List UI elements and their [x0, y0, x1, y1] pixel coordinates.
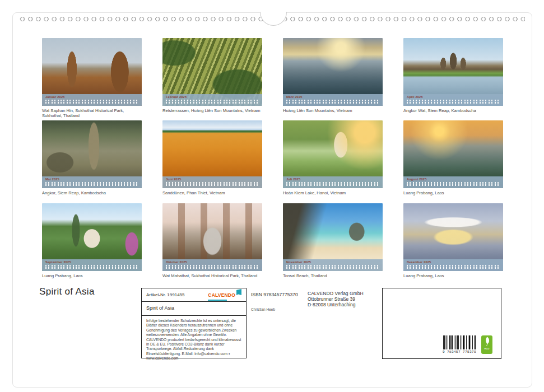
- mini-calendar-days-row: [166, 265, 259, 267]
- mini-calendar-month-label: August 2025: [407, 178, 500, 181]
- month-photo-october: Oktober 2025: [162, 203, 262, 271]
- mini-calendar-strip: November 2025: [283, 259, 383, 271]
- mini-calendar-month-label: Oktober 2025: [166, 260, 259, 264]
- publisher-city: D-82008 Unterhaching: [308, 302, 364, 307]
- mini-calendar-strip: Oktober 2025: [162, 259, 262, 271]
- mini-calendar-days-row: [45, 267, 138, 269]
- article-number-row: Artikel-Nr. 1991455 CALVENDO: [142, 288, 246, 302]
- month-photo-november: November 2025: [283, 203, 383, 271]
- month-photo-february: Februar 2025: [162, 38, 262, 106]
- month-photo-may: Mai 2025: [42, 120, 142, 188]
- month-photo-july: Juli 2025: [283, 120, 383, 188]
- mini-calendar-strip: März 2025: [283, 94, 383, 106]
- mini-calendar-month-label: April 2025: [407, 95, 500, 99]
- mini-calendar-days-row: [166, 102, 259, 104]
- photo-caption: Angkor, Siem Reap, Kambodscha: [42, 190, 141, 195]
- mini-calendar-days-row: [286, 267, 379, 269]
- publisher-address: CALVENDO Verlag GmbH Ottobrunner Straße …: [308, 291, 364, 307]
- mini-calendar-days-row: [45, 265, 138, 267]
- calvendo-logo: CALVENDO: [208, 289, 241, 301]
- month-thumbnail-may: Mai 2025 Angkor, Siem Reap, Kambodscha: [42, 120, 142, 195]
- month-photo-march: März 2025: [283, 38, 383, 106]
- publisher-name: CALVENDO Verlag GmbH: [308, 291, 364, 296]
- month-thumbnail-september: September 2025 Luang Prabang, Laos: [42, 203, 142, 278]
- mini-calendar-strip: September 2025: [42, 259, 142, 271]
- mini-calendar-days-row: [286, 182, 379, 184]
- photo-caption: Sanddünen, Phan Thiet, Vietnam: [162, 190, 261, 195]
- month-thumbnail-october: Oktober 2025 Wat Mahathat, Sukhothai His…: [162, 203, 262, 278]
- eco-text: eco: [485, 347, 490, 350]
- photo-caption: Hoàng Liên Son Mountains, Vietnam: [283, 108, 382, 113]
- month-thumbnail-march: März 2025 Hoàng Liên Son Mountains, Viet…: [283, 38, 383, 113]
- photo-caption: Luang Prabang, Laos: [42, 273, 141, 278]
- mini-calendar-days-row: [286, 184, 379, 186]
- mini-calendar-days-row: [407, 102, 500, 104]
- calvendo-wordmark: CALVENDO: [208, 289, 235, 301]
- mini-calendar-month-label: Juni 2025: [166, 178, 259, 181]
- mini-calendar-days-row: [45, 102, 138, 104]
- isbn-number: ISBN 9783457775370: [251, 292, 298, 297]
- month-photo-april: April 2025: [403, 38, 503, 106]
- mini-calendar-month-label: Juli 2025: [286, 178, 379, 181]
- mini-calendar-month-label: März 2025: [286, 95, 379, 99]
- mini-calendar-strip: Mai 2025: [42, 176, 142, 188]
- mini-calendar-month-label: Dezember 2025: [407, 260, 500, 264]
- photo-caption: Luang Prabang, Laos: [403, 273, 502, 278]
- mini-calendar-days-row: [166, 267, 259, 269]
- calvendo-tagline-bar: [208, 300, 227, 301]
- mini-calendar-strip: Januar 2025: [42, 94, 142, 106]
- mini-calendar-days-row: [407, 100, 500, 101]
- mini-calendar-strip: April 2025: [403, 94, 503, 106]
- eco-label: eco: [481, 335, 492, 354]
- photo-caption: Hoàn Kiem Lake, Hanoi, Vietnam: [283, 190, 382, 195]
- mini-calendar-month-label: Februar 2025: [166, 95, 259, 99]
- barcode-box: 9 783457 775370 eco: [382, 288, 501, 359]
- month-thumbnail-february: Februar 2025 Reisterrassen, Hoàng Liên S…: [162, 38, 262, 113]
- mini-calendar-month-label: Januar 2025: [45, 95, 138, 99]
- calendar-title: Spirit of Asia: [142, 302, 246, 316]
- mini-calendar-strip: August 2025: [403, 176, 503, 188]
- mini-calendar-days-row: [45, 182, 138, 184]
- mini-calendar-strip: Juni 2025: [162, 176, 262, 188]
- ean-digits: 9 783457 775370: [440, 350, 479, 354]
- photo-caption: Tonsai Beach, Thailand: [283, 273, 382, 278]
- mini-calendar-strip: Dezember 2025: [403, 259, 503, 271]
- mini-calendar-days-row: [45, 184, 138, 186]
- month-photo-september: September 2025: [42, 203, 142, 271]
- mini-calendar-days-row: [166, 184, 259, 186]
- mini-calendar-month-label: September 2025: [45, 260, 138, 264]
- mini-calendar-days-row: [407, 182, 500, 184]
- legal-notice: Infolge bestehender Schutzrechte ist es …: [142, 316, 246, 364]
- mini-calendar-days-row: [286, 265, 379, 267]
- mini-calendar-month-label: Mai 2025: [45, 178, 138, 181]
- ean-barcode: [443, 335, 476, 349]
- mini-calendar-days-row: [166, 100, 259, 101]
- month-thumbnail-august: August 2025 Luang Prabang, Laos: [403, 120, 503, 195]
- photo-caption: Angkor Wat, Siem Reap, Kambodscha: [403, 108, 502, 113]
- mini-calendar-days-row: [286, 102, 379, 104]
- publisher-street: Ottobrunner Straße 39: [308, 296, 364, 302]
- month-thumbnail-april: April 2025 Angkor Wat, Siem Reap, Kambod…: [403, 38, 503, 113]
- article-number: Artikel-Nr. 1991455: [146, 292, 184, 297]
- month-photo-january: Januar 2025: [42, 38, 142, 106]
- product-info-box: Artikel-Nr. 1991455 CALVENDO Spirit of A…: [141, 288, 247, 358]
- month-photo-december: Dezember 2025: [403, 203, 503, 271]
- month-photo-june: Juni 2025: [162, 120, 262, 188]
- mini-calendar-strip: Juli 2025: [283, 176, 383, 188]
- mini-calendar-days-row: [286, 100, 379, 101]
- mini-calendar-days-row: [407, 184, 500, 186]
- photo-caption: Reisterrassen, Hoàng Liên Son Mountains,…: [162, 108, 261, 113]
- month-thumbnail-june: Juni 2025 Sanddünen, Phan Thiet, Vietnam: [162, 120, 262, 195]
- photo-caption: Luang Prabang, Laos: [403, 190, 502, 195]
- mini-calendar-strip: Februar 2025: [162, 94, 262, 106]
- month-thumbnail-january: Januar 2025 Wat Saphan Hin, Sukhothai Hi…: [42, 38, 142, 118]
- photo-caption: Wat Saphan Hin, Sukhothai Historical Par…: [42, 108, 141, 118]
- month-thumbnail-december: Dezember 2025 Luang Prabang, Laos: [403, 203, 503, 278]
- hanger-notch: [260, 12, 287, 26]
- mini-calendar-days-row: [407, 267, 500, 269]
- eco-leaf-icon: [483, 337, 491, 346]
- mini-calendar-days-row: [407, 265, 500, 267]
- mini-calendar-days-row: [45, 100, 138, 101]
- page-title: Spirit of Asia: [39, 286, 95, 297]
- photo-caption: Wat Mahathat, Sukhothai Historical Park,…: [162, 273, 261, 278]
